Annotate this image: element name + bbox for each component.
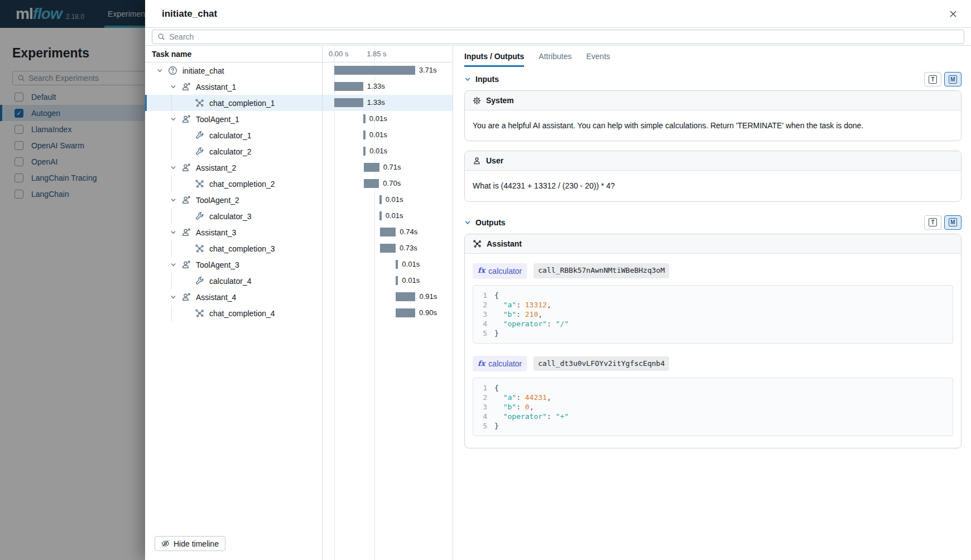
- code-line: 5}: [479, 421, 947, 431]
- tab-attributes[interactable]: Attributes: [539, 46, 571, 67]
- task-label: initiate_chat: [182, 66, 224, 75]
- span-type-icon-wrap: [194, 308, 204, 318]
- hide-timeline-button[interactable]: Hide timeline: [155, 536, 225, 551]
- tree-row-ToolAgent_1[interactable]: ToolAgent_10.01s: [145, 111, 453, 127]
- chevron-down-icon[interactable]: [464, 76, 471, 83]
- task-label: calculator_2: [209, 147, 252, 156]
- duration-bar: [380, 244, 396, 253]
- task-label: chat_completion_2: [209, 180, 275, 189]
- timeline-cell: 0.74s: [322, 224, 453, 240]
- task-label: Assistant_4: [196, 293, 236, 302]
- duration-label: 0.71s: [383, 163, 401, 171]
- text-view-button[interactable]: T: [924, 215, 941, 230]
- span-type-icon-wrap: [194, 131, 204, 140]
- details-scroll-area[interactable]: Inputs T M: [453, 67, 971, 560]
- tree-row-calculator_2[interactable]: calculator_20.01s: [145, 143, 453, 160]
- task-label: chat_completion_1: [209, 99, 275, 108]
- chevron-down-icon[interactable]: [157, 67, 163, 74]
- fx-icon: fx: [478, 359, 485, 369]
- user-card-title: User: [486, 156, 503, 165]
- task-label: Assistant_2: [196, 163, 236, 172]
- task-label: Assistant_3: [196, 228, 236, 237]
- tree-guide-line: [171, 127, 172, 143]
- modal-search-row: [145, 28, 971, 46]
- tree-row-Assistant_2[interactable]: Assistant_20.71s: [145, 160, 453, 176]
- tree-row-calculator_3[interactable]: calculator_30.01s: [145, 208, 453, 224]
- span-type-icon-wrap: [194, 211, 204, 221]
- expand-slot: [165, 84, 181, 90]
- arguments-code-block: 1{2 "a": 44231,3 "b": 0,4 "operator": "+…: [473, 378, 953, 436]
- text-view-button[interactable]: T: [924, 72, 941, 86]
- code-line: 3 "b": 0,: [479, 402, 947, 412]
- tree-row-Assistant_4[interactable]: Assistant_40.91s: [145, 289, 453, 305]
- span-type-icon-wrap: [194, 147, 204, 156]
- chevron-down-icon[interactable]: [170, 294, 176, 300]
- molecule-icon: [473, 239, 482, 248]
- chevron-down-icon[interactable]: [170, 229, 176, 235]
- trace-search-input[interactable]: [169, 32, 959, 41]
- chevron-down-icon[interactable]: [170, 116, 176, 122]
- wrench-icon: [195, 211, 204, 221]
- tree-row-ToolAgent_3[interactable]: ToolAgent_30.01s: [145, 257, 453, 273]
- inputs-label: Inputs: [475, 75, 499, 84]
- inputs-section-header: Inputs T M: [464, 68, 962, 90]
- tab-inputs-outputs[interactable]: Inputs / Outputs: [464, 46, 524, 67]
- chevron-down-icon[interactable]: [464, 219, 471, 226]
- system-message-text: You are a helpful AI assistant. You can …: [465, 110, 961, 141]
- duration-bar: [334, 98, 363, 107]
- timeline-cell: 0.01s: [322, 257, 453, 273]
- close-icon[interactable]: [949, 9, 958, 18]
- chevron-down-icon[interactable]: [170, 262, 176, 268]
- markdown-view-icon: M: [949, 75, 957, 84]
- tree-guide-line: [171, 176, 172, 192]
- duration-label: 0.01s: [402, 276, 420, 284]
- task-cell: chat_completion_4: [145, 305, 322, 321]
- tree-row-initiate_chat[interactable]: initiate_chat3.71s: [145, 62, 453, 79]
- markdown-view-button[interactable]: M: [944, 72, 962, 86]
- tree-row-chat_completion_4[interactable]: chat_completion_40.90s: [145, 305, 453, 321]
- chevron-down-icon[interactable]: [170, 197, 176, 203]
- call-id-chip: call_RBBk57nAwnNMtiWBeBHzq3oM: [533, 263, 669, 278]
- expand-slot: [165, 116, 181, 122]
- timeline-cell: 0.01s: [322, 192, 453, 208]
- span-type-icon-wrap: [194, 276, 204, 286]
- assistant-card-title: Assistant: [487, 239, 522, 248]
- trace-search-box[interactable]: [152, 30, 964, 44]
- call-id-chip: call_dt3u0vLFOYv2itYgfscEqnb4: [533, 356, 669, 371]
- tree-row-calculator_4[interactable]: calculator_40.01s: [145, 273, 453, 289]
- task-cell: Assistant_2: [145, 160, 322, 176]
- gantt-pane: Task name 0.00 s 1.85 s initiate_chat3.7…: [145, 46, 453, 560]
- timeline-cell: 0.01s: [322, 111, 453, 127]
- duration-bar: [363, 114, 366, 123]
- tree-row-Assistant_3[interactable]: Assistant_30.74s: [145, 224, 453, 240]
- task-tree: initiate_chat3.71sAssistant_11.33schat_c…: [145, 62, 453, 321]
- agent-icon: [181, 228, 191, 237]
- function-name: calculator: [488, 265, 522, 277]
- markdown-view-button[interactable]: M: [944, 215, 962, 230]
- span-type-icon-wrap: [194, 179, 204, 189]
- span-type-icon-wrap: [181, 260, 191, 269]
- task-cell: Assistant_3: [145, 224, 322, 240]
- tree-row-calculator_1[interactable]: calculator_10.01s: [145, 127, 453, 143]
- tree-row-Assistant_1[interactable]: Assistant_11.33s: [145, 79, 453, 95]
- function-badge: fxcalculator: [473, 263, 527, 279]
- duration-bar: [363, 131, 366, 139]
- chevron-down-icon[interactable]: [170, 165, 176, 171]
- tree-row-chat_completion_2[interactable]: chat_completion_20.70s: [145, 176, 453, 192]
- task-cell: chat_completion_1: [145, 95, 322, 111]
- tree-guide-line: [171, 143, 172, 160]
- tree-guide-line: [171, 208, 172, 224]
- tree-row-ToolAgent_2[interactable]: ToolAgent_20.01s: [145, 192, 453, 208]
- wrench-icon: [195, 276, 204, 286]
- arguments-code-block: 1{2 "a": 13312,3 "b": 210,4 "operator": …: [473, 285, 953, 344]
- gear-icon: [473, 96, 481, 105]
- tree-guide-line: [171, 305, 172, 321]
- code-line: 1{: [479, 291, 947, 300]
- tree-row-chat_completion_1[interactable]: chat_completion_11.33s: [145, 95, 453, 111]
- system-card-title: System: [486, 96, 514, 105]
- tree-row-chat_completion_3[interactable]: chat_completion_30.73s: [145, 240, 453, 257]
- tab-events[interactable]: Events: [586, 46, 610, 67]
- agent-icon: [181, 114, 191, 124]
- task-label: chat_completion_4: [209, 309, 275, 318]
- chevron-down-icon[interactable]: [170, 84, 176, 90]
